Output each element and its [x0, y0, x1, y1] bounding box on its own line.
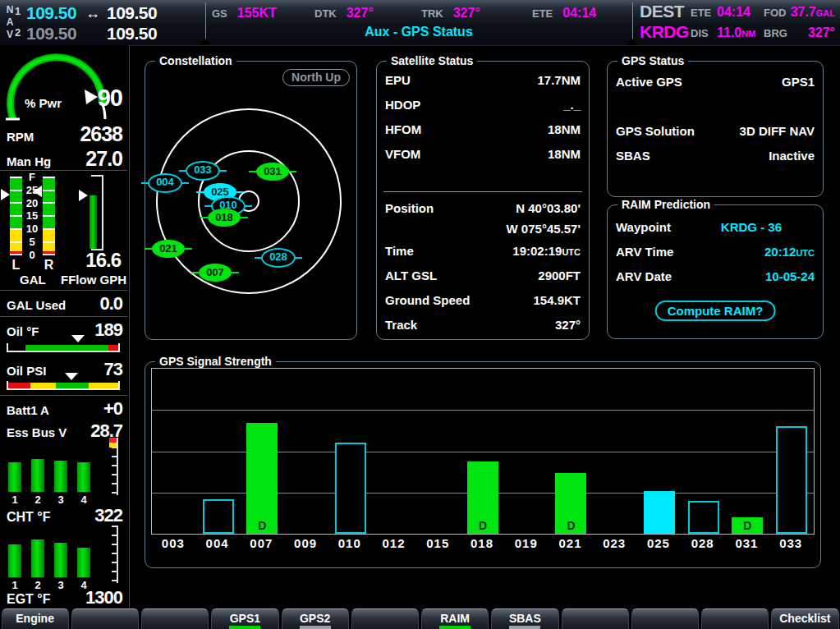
softkey-gps1[interactable]: GPS1 [211, 608, 278, 629]
cht-cylinder-number: 3 [54, 494, 67, 506]
softkey-label: Checklist [779, 612, 830, 625]
position-label: Position [385, 201, 434, 215]
signal-slot-031: D [726, 369, 770, 534]
softkey-blank[interactable] [71, 608, 139, 629]
signal-slot-019 [505, 369, 549, 534]
softkey-checklist[interactable]: Checklist [771, 608, 838, 629]
satellite-id: 028 [269, 250, 287, 263]
epu-row: EPU 17.7NM [385, 73, 581, 87]
signal-x-label-015: 015 [415, 536, 460, 550]
fuel-scale-tick-label: 15 [23, 209, 41, 222]
signal-bar-021: D [555, 473, 586, 534]
softkey-sbas[interactable]: SBAS [491, 608, 558, 629]
softkey-label: RAIM [440, 612, 470, 625]
active-gps-label: Active GPS [616, 75, 682, 89]
dest-ete-value: 04:14 [717, 5, 750, 20]
compute-raim-button[interactable]: Compute RAIM? [655, 301, 776, 321]
sbas-row: SBAS Inactive [616, 149, 815, 163]
cht-numbers: 1234 [8, 494, 100, 506]
signal-x-label-019: 019 [504, 536, 549, 550]
signal-x-label-031: 031 [725, 536, 769, 550]
cht-cylinder-number: 2 [31, 494, 44, 506]
brg-value: 327° [808, 25, 835, 40]
bus-voltage-row: Ess Bus V 28.7 [7, 420, 122, 442]
position-row: Position N 40°03.80' [385, 201, 581, 215]
satellite-id: 018 [215, 211, 233, 223]
satellite-id: 033 [194, 163, 212, 176]
divider [0, 316, 127, 317]
satellite-pill-007: 007 [199, 264, 232, 282]
signal-x-label-003: 003 [151, 536, 195, 550]
gps-solution-label: GPS Solution [616, 124, 695, 138]
softkey-blank[interactable] [141, 608, 209, 629]
dest-waypoint-ident: KRDG [640, 22, 689, 42]
dtk-label: DTK [314, 7, 337, 20]
divider [0, 395, 127, 396]
altitude-label: ALT GSL [385, 269, 437, 282]
softkey-blank[interactable] [701, 608, 769, 629]
signal-chart-frame: DDDD [151, 368, 815, 535]
signal-slot-012 [373, 369, 417, 534]
satellite-id: 007 [206, 266, 224, 278]
signal-x-label-009: 009 [283, 536, 328, 550]
cht-cylinder-bar [77, 462, 90, 492]
oil-psi-bar [7, 380, 120, 390]
arv-time-value: 20:12UTC [764, 245, 815, 259]
cht-bars [8, 443, 100, 492]
egt-cylinder-bar [54, 543, 67, 577]
diff-corrected-label: D [555, 519, 586, 532]
arv-date-label: ARV Date [616, 269, 672, 283]
softkey-indicator-green [229, 626, 260, 629]
position-longitude: W 075°45.57' [507, 222, 581, 236]
softkey-blank[interactable] [351, 608, 419, 629]
signal-slot-018: D [461, 369, 505, 534]
constellation-panel: Constellation 03303100402501001802102800… [145, 61, 357, 340]
signal-x-label-023: 023 [592, 536, 636, 550]
time-value: 19:02:19UTC [512, 244, 581, 258]
dtk-metric: DTK 327° [314, 6, 374, 21]
oil-temp-bar [7, 342, 120, 352]
signal-slot-009 [284, 369, 328, 534]
time-label: Time [385, 244, 414, 258]
manifold-row: Man Hg 27.0 [7, 147, 122, 171]
fuel-flow-pointer [79, 190, 88, 201]
oil-psi-value: 73 [104, 359, 122, 380]
signal-x-label-025: 025 [636, 536, 681, 550]
satellite-status-title: Satellite Status [387, 54, 477, 67]
nav-label: N A V [5, 4, 15, 41]
nav1-active-frequency: 109.50 [26, 3, 84, 23]
signal-x-label-018: 018 [460, 536, 504, 550]
power-needle-icon [85, 90, 98, 104]
softkey-gps2[interactable]: GPS2 [282, 608, 349, 629]
softkey-blank[interactable] [631, 608, 699, 629]
satellite-id: 031 [264, 165, 282, 177]
fuel-tape-ticks [10, 177, 22, 255]
signal-bar-010 [335, 443, 366, 534]
softkey-label: GPS1 [230, 612, 260, 625]
signal-x-label-007: 007 [239, 536, 283, 550]
gal-used-row: GAL Used 0.0 [7, 293, 122, 314]
battery-value: +0 [103, 398, 122, 420]
fuel-left-pointer [1, 189, 10, 200]
softkey-raim[interactable]: RAIM [421, 608, 489, 629]
dest-row-1: DEST ETE 04:14 FOD 37.7GAL [636, 2, 838, 21]
sky-rings [145, 62, 356, 339]
signal-slot-007: D [240, 369, 284, 534]
position-row-2: W 075°45.57' [385, 222, 581, 236]
gs-metric: GS 155KT [212, 6, 277, 21]
cht-label: CHT °F [7, 510, 51, 525]
dtk-value: 327° [347, 6, 374, 21]
vfom-label: VFOM [385, 147, 420, 161]
softkey-engine[interactable]: Engine [2, 608, 69, 629]
oil-temp-row: Oil °F 189 [7, 319, 122, 341]
fuel-tape-ticks [43, 177, 55, 255]
softkey-blank[interactable] [562, 608, 629, 629]
vfom-row: VFOM 18NM [385, 147, 581, 161]
arv-date-row: ARV Date 10-05-24 [616, 269, 815, 283]
oil-temp-label: Oil °F [7, 324, 39, 338]
nav2-index: 2 [15, 26, 21, 39]
nav2-row: 109.50 109.50 [26, 24, 199, 44]
brg-label: BRG [764, 27, 787, 39]
rpm-value: 2638 [80, 122, 122, 146]
ete-label: ETE [532, 7, 553, 20]
